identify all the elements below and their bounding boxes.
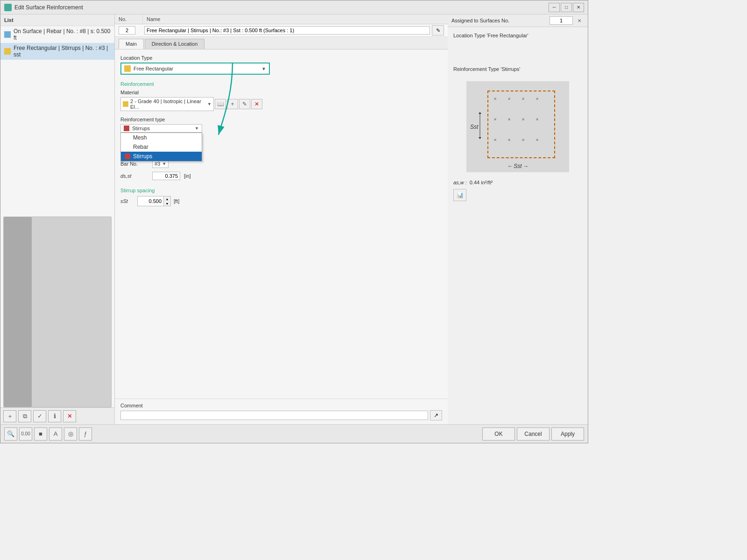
stirrup-spacing-unit: [ft] xyxy=(174,198,179,204)
list-item-label: On Surface | Rebar | No. : #8 | s: 0.500… xyxy=(14,28,111,41)
svg-marker-2 xyxy=(479,112,481,114)
toolbar-copy-button[interactable]: ⧉ xyxy=(18,410,31,422)
close-button[interactable]: ✕ xyxy=(573,3,584,12)
location-type-icon xyxy=(124,65,131,72)
s-st-left-value: Sst xyxy=(470,124,478,130)
title-bar-controls: ─ □ ✕ xyxy=(549,3,584,12)
search-tool-button[interactable]: 🔍 xyxy=(4,427,17,441)
result-icon-container: 📊 xyxy=(453,189,582,201)
comment-input-row: ↗ xyxy=(120,410,442,420)
column-headers: No. Name xyxy=(115,14,448,24)
name-column-header: Name xyxy=(143,14,448,24)
list-items: On Surface | Rebar | No. : #8 | s: 0.500… xyxy=(0,26,114,217)
toolbar-add-button[interactable]: ＋ xyxy=(3,410,16,422)
stirrups-option-icon xyxy=(125,154,130,159)
svg-text:+: + xyxy=(506,136,513,143)
stirrup-spacing-row: sSt ▲ ▼ [ft] xyxy=(120,196,442,206)
assigned-label: Assigned to Surfaces No. xyxy=(451,18,550,23)
svg-text:+: + xyxy=(506,116,513,123)
stirrup-spacing-input[interactable] xyxy=(138,197,163,205)
toolbar-delete-button[interactable]: ✕ xyxy=(63,410,76,422)
left-panel: List On Surface | Rebar | No. : #8 | s: … xyxy=(0,14,115,424)
decimal-tool-button[interactable]: 0.00 xyxy=(19,427,32,441)
material-dropdown-arrow-icon: ▼ xyxy=(207,102,211,106)
comment-label: Comment xyxy=(120,403,442,408)
no-input[interactable]: 2 xyxy=(119,26,135,35)
list-header: List xyxy=(0,14,114,26)
stirrup-diagram: Sst xyxy=(466,81,569,172)
material-row: 2 - Grade 40 | Isotropic | Linear El... … xyxy=(120,97,442,111)
reinf-type-option-mesh[interactable]: Mesh xyxy=(121,133,202,142)
reinf-type-dropdown[interactable]: Stirrups ▼ xyxy=(120,124,202,133)
svg-text:+: + xyxy=(492,116,499,123)
window-title: Edit Surface Reinforcement xyxy=(14,4,549,11)
text-tool-button[interactable]: A xyxy=(49,427,62,441)
color-tool-button[interactable]: ■ xyxy=(34,427,47,441)
maximize-button[interactable]: □ xyxy=(561,3,572,12)
window-icon xyxy=(4,4,12,11)
list-item-selected[interactable]: Free Rectangular | Stirrups | No. : #3 |… xyxy=(0,43,114,60)
stirrup-spacing-label: Stirrup spacing xyxy=(120,188,442,193)
minimize-button[interactable]: ─ xyxy=(549,3,560,12)
svg-text:+: + xyxy=(534,136,541,143)
svg-text:+: + xyxy=(534,116,541,123)
scroll-thumb xyxy=(4,217,32,407)
s-st-bottom-value: Sst xyxy=(514,163,521,169)
svg-text:+: + xyxy=(520,116,527,123)
toolbar-info-button[interactable]: ℹ xyxy=(48,410,61,422)
name-input[interactable]: Free Rectangular | Stirrups | No.: #3 | … xyxy=(144,26,430,35)
stirrups-option-label: Stirrups xyxy=(133,153,152,160)
ds-st-row: ds,st [in] xyxy=(120,172,442,180)
material-dropdown[interactable]: 2 - Grade 40 | Isotropic | Linear El... … xyxy=(120,97,214,111)
stirrup-step-down-button[interactable]: ▼ xyxy=(164,201,170,206)
reinf-type-value: Stirrups xyxy=(132,126,195,131)
s-st-left-label: Sst xyxy=(470,124,478,130)
material-label: Material xyxy=(120,90,442,95)
bar-no-label: Bar No. xyxy=(120,161,148,167)
toolbar-check-button[interactable]: ✓ xyxy=(33,410,46,422)
edit-name-button[interactable]: ✎ xyxy=(432,25,444,35)
tab-main[interactable]: Main xyxy=(119,39,144,49)
scroll-track[interactable] xyxy=(3,217,112,408)
ok-button[interactable]: OK xyxy=(482,427,515,441)
reinf-type-container: Stirrups ▼ Mesh Rebar xyxy=(120,124,202,133)
comment-action-button[interactable]: ↗ xyxy=(430,410,442,420)
tab-main-content: Location Type Free Rectangular ▼ Reinfor… xyxy=(115,49,448,399)
result-value: 0.44 in²/ft² xyxy=(470,180,493,185)
assigned-input[interactable] xyxy=(550,16,573,25)
svg-text:+: + xyxy=(520,136,527,143)
ds-st-input[interactable] xyxy=(152,172,180,180)
stirrup-var: sSt xyxy=(120,198,134,204)
reinf-type-option-rebar[interactable]: Rebar xyxy=(121,142,202,152)
reinf-type-option-stirrups[interactable]: Stirrups xyxy=(121,152,202,161)
reinf-type-icon xyxy=(124,126,129,131)
comment-input[interactable] xyxy=(120,411,428,420)
name-value-cell: Free Rectangular | Stirrups | No.: #3 | … xyxy=(142,25,446,35)
comment-section: Comment ↗ xyxy=(115,399,448,424)
material-icon xyxy=(123,101,128,107)
stirrup-stepper: ▲ ▼ xyxy=(163,196,170,206)
mesh-icon xyxy=(125,135,130,140)
svg-text:+: + xyxy=(506,95,513,102)
no-column-header: No. xyxy=(115,14,143,24)
main-window: Edit Surface Reinforcement ─ □ ✕ List On… xyxy=(0,0,588,443)
result-row: as,w : 0.44 in²/ft² xyxy=(453,180,582,185)
result-label: as,w : xyxy=(453,180,467,185)
circle-tool-button[interactable]: ◎ xyxy=(64,427,77,441)
stirrup-step-up-button[interactable]: ▲ xyxy=(164,196,170,201)
result-detail-button[interactable]: 📊 xyxy=(453,189,466,201)
svg-marker-3 xyxy=(479,137,481,139)
main-content-area: List On Surface | Rebar | No. : #8 | s: … xyxy=(0,14,588,424)
apply-button[interactable]: Apply xyxy=(551,427,584,441)
list-item-icon-blue xyxy=(4,31,11,38)
assigned-close-button[interactable]: ✕ xyxy=(575,16,584,25)
rebar-icon xyxy=(125,144,130,150)
cancel-button[interactable]: Cancel xyxy=(517,427,550,441)
bottom-toolbar: 🔍 0.00 ■ A ◎ ƒ OK Cancel Apply xyxy=(0,424,588,443)
reinf-type-arrow-icon: ▼ xyxy=(195,126,199,131)
list-item[interactable]: On Surface | Rebar | No. : #8 | s: 0.500… xyxy=(0,26,114,43)
function-tool-button[interactable]: ƒ xyxy=(79,427,92,441)
rebar-option-label: Rebar xyxy=(133,144,148,150)
ds-st-unit: [in] xyxy=(184,173,191,179)
tab-direction-location[interactable]: Direction & Location xyxy=(145,39,204,49)
